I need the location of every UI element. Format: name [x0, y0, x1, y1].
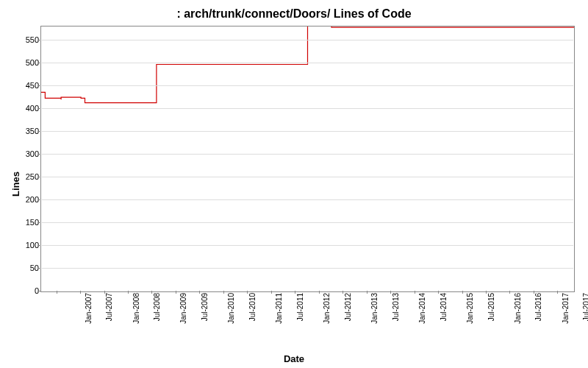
x-tick-label: Jan-2010 [227, 293, 235, 324]
y-tick-label: 200 [10, 195, 39, 204]
y-tick-label: 150 [10, 218, 39, 227]
x-tick-label: Jan-2015 [466, 293, 474, 324]
y-tick-label: 0 [10, 286, 39, 295]
y-tick-label: 500 [10, 58, 39, 67]
chart-container: : arch/trunk/connect/Doors/ Lines of Cod… [0, 0, 588, 368]
x-tick-label: Jan-2012 [323, 293, 331, 324]
x-tick-label: Jan-2011 [275, 293, 283, 324]
x-tick-label: Jul-2008 [153, 293, 161, 321]
x-tick-label: Jul-2016 [535, 293, 543, 321]
y-tick-label: 100 [10, 241, 39, 250]
x-axis-label: Date [0, 353, 588, 364]
y-tick-label: 250 [10, 172, 39, 181]
x-tick-label: Jan-2017 [562, 293, 570, 324]
x-tick-label: Jan-2007 [84, 293, 92, 324]
x-tick-label: Jul-2011 [296, 293, 304, 321]
y-tick-label: 300 [10, 149, 39, 158]
y-tick-label: 450 [10, 81, 39, 90]
plot-area [40, 26, 575, 292]
data-series-line [41, 26, 574, 291]
x-tick-label: Jul-2014 [440, 293, 448, 321]
x-tick-label: Jul-2009 [201, 293, 209, 321]
y-tick-label: 50 [10, 263, 39, 272]
x-tick-label: Jul-2017 [583, 293, 588, 321]
x-tick-label: Jan-2013 [370, 293, 379, 324]
y-tick-label: 400 [10, 104, 39, 113]
x-tick-label: Jan-2016 [514, 293, 522, 324]
x-tick-label: Jan-2014 [418, 293, 426, 324]
x-tick-label: Jul-2010 [248, 293, 257, 321]
chart-title: : arch/trunk/connect/Doors/ Lines of Cod… [0, 7, 588, 21]
y-tick-label: 350 [10, 127, 39, 135]
x-tick-label: Jul-2013 [392, 293, 400, 321]
x-tick-label: Jan-2009 [179, 293, 187, 324]
x-tick-label: Jul-2012 [344, 293, 352, 321]
x-tick-label: Jul-2015 [487, 293, 495, 321]
x-tick-label: Jan-2008 [132, 293, 140, 324]
y-tick-label: 550 [10, 35, 39, 44]
x-tick-label: Jul-2007 [105, 293, 113, 321]
